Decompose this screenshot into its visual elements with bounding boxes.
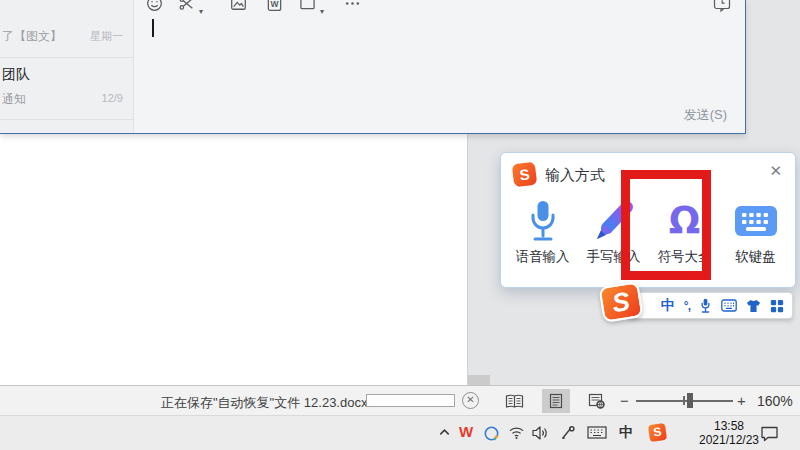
skin-shirt-icon[interactable] [746, 299, 761, 313]
wifi-icon[interactable] [508, 425, 525, 440]
microphone-icon [524, 198, 562, 244]
word-file-icon[interactable]: W [266, 0, 283, 16]
wps-office-icon[interactable]: W [459, 423, 473, 440]
zoom-in-button[interactable]: + [737, 392, 746, 409]
chat-history-icon[interactable] [713, 0, 732, 17]
toolbox-grid-icon[interactable] [770, 299, 784, 313]
close-icon[interactable]: ✕ [769, 162, 782, 180]
conversation-time: 星期一 [90, 29, 123, 44]
chevron-down-icon[interactable]: ▾ [199, 7, 203, 16]
word-status-bar: 正在保存"自动恢复"文件 12.23.docx: ✕ − + 160% [0, 385, 800, 415]
soft-keyboard-icon [734, 198, 778, 244]
chat-window: 了【图文】 星期一 团队 通知 12/9 ▾ W [0, 0, 746, 134]
divider [0, 119, 134, 120]
option-label: 软键盘 [735, 248, 776, 266]
touch-keyboard-icon[interactable] [587, 425, 607, 440]
voice-input-option[interactable]: 语音输入 [507, 198, 578, 282]
sogou-logo-icon: S [512, 162, 538, 188]
punctuation-icon[interactable]: °, [684, 299, 690, 313]
show-hidden-icons-chevron[interactable] [437, 425, 452, 440]
volume-icon[interactable] [531, 425, 549, 441]
print-layout-button[interactable] [542, 389, 570, 413]
zoom-out-button[interactable]: − [620, 392, 629, 409]
sogou-tray-icon[interactable]: S [648, 423, 667, 442]
red-highlight-annotation [621, 170, 711, 280]
chinese-mode-icon[interactable]: 中 [661, 297, 675, 315]
save-progress-bar [366, 394, 455, 407]
chat-conversation-list: 了【图文】 星期一 团队 通知 12/9 [0, 0, 134, 134]
chevron-down-icon[interactable]: ▾ [320, 7, 324, 16]
sogou-ime-toolbar: 中 °, [628, 292, 793, 319]
windows-ink-pen-icon[interactable] [560, 425, 576, 441]
conversation-name[interactable]: 团队 [2, 66, 30, 84]
word-document-page [0, 134, 468, 385]
text-cursor [152, 19, 154, 37]
more-icon[interactable] [344, 0, 361, 16]
word-scrollbar[interactable] [468, 375, 490, 385]
action-center-icon[interactable] [760, 425, 779, 442]
sogou-logo-icon[interactable]: S [598, 281, 643, 323]
soft-keyboard-icon[interactable] [721, 299, 737, 312]
read-mode-button[interactable] [500, 389, 528, 413]
microphone-icon[interactable] [699, 298, 712, 313]
panel-title: 输入方式 [545, 166, 605, 185]
send-button[interactable]: 发送(S) [684, 106, 727, 124]
svg-text:W: W [270, 0, 279, 9]
emoji-icon[interactable] [146, 0, 163, 16]
windows-taskbar: W 中 S [0, 415, 800, 450]
soft-keyboard-option[interactable]: 软键盘 [720, 198, 791, 282]
conversation-time: 12/9 [102, 92, 123, 104]
option-label: 语音输入 [516, 248, 570, 266]
conversation-preview: 通知 [2, 91, 26, 108]
conversation-preview: 了【图文】 [2, 28, 62, 45]
web-layout-button[interactable] [582, 389, 610, 413]
zoom-level-value[interactable]: 160% [757, 393, 793, 409]
zoom-slider-center-tick [683, 396, 685, 405]
autosave-status-text: 正在保存"自动恢复"文件 12.23.docx: [161, 394, 371, 412]
zoom-slider-handle[interactable] [687, 393, 693, 408]
cancel-save-icon[interactable]: ✕ [462, 392, 479, 409]
ime-language-indicator[interactable]: 中 [619, 424, 633, 442]
window-capture-icon[interactable] [299, 0, 316, 16]
screenshot-scissors-icon[interactable] [178, 0, 195, 16]
divider [0, 57, 134, 58]
browser-app-icon[interactable] [483, 425, 500, 442]
image-icon[interactable] [230, 0, 247, 16]
